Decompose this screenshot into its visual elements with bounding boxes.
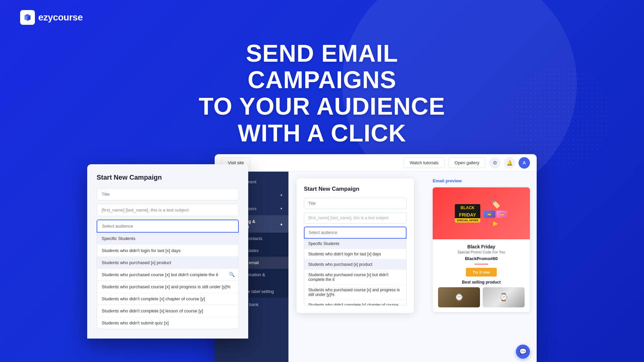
watch-thumb-1: ⌚ xyxy=(438,287,480,307)
preview-promo-code: BlackPromo#60 xyxy=(438,256,525,261)
audience-dropdown-front: Specific Students Students who didn't lo… xyxy=(97,233,239,329)
email-preview-card: BLACK FRIDAY SPECIAL OFFER 🏷️ 💳 💳 xyxy=(433,187,530,312)
audience-dropdown-inner: Specific Students Students who didn't lo… xyxy=(304,239,407,306)
chevron-down-icon: ▾ xyxy=(280,193,282,197)
topbar-right: Watch tutorials Open gallery ⚙ 🔔 A xyxy=(404,157,530,169)
decorative-dots xyxy=(510,67,610,168)
hero-line1: SEND EMAIL CAMPAIGNS xyxy=(246,40,398,93)
best-selling-label: Best selling product xyxy=(438,280,525,285)
dropdown-item[interactable]: Students who didn't complete [x] lesson … xyxy=(97,305,238,317)
black-friday-badge: BLACK FRIDAY SPECIAL OFFER xyxy=(455,204,480,223)
chevron-up-icon: ▴ xyxy=(280,222,282,226)
dropdown-item[interactable]: Students who purchased course [x] but di… xyxy=(304,270,406,285)
preview-banner: BLACK FRIDAY SPECIAL OFFER 🏷️ 💳 💳 xyxy=(433,187,530,239)
title-input-front[interactable] xyxy=(97,188,239,200)
dropdown-item[interactable]: Specific Students xyxy=(304,239,406,249)
audience-input-front[interactable] xyxy=(97,220,239,233)
inner-modal-title: Start New Campaign xyxy=(304,186,407,192)
dropdown-item[interactable]: Students who didn't login for last [x] d… xyxy=(304,249,406,259)
preview-product-sub: Special Promo Code For You xyxy=(438,250,525,254)
dropdown-item[interactable]: Students who didn't complete [x] chapter… xyxy=(97,293,238,305)
chat-bubble-button[interactable]: 💬 xyxy=(516,345,530,359)
product-thumb-2: ⌚ xyxy=(483,287,525,307)
preview-product-title: Black Friday xyxy=(438,244,525,249)
watch-tutorials-button[interactable]: Watch tutorials xyxy=(404,158,445,168)
audience-input-inner[interactable] xyxy=(304,227,407,239)
dropdown-item[interactable]: Students who didn't login for last [x] d… xyxy=(97,245,238,257)
preview-products-row: ⌚ ⌚ xyxy=(438,287,525,307)
campaign-modal-front: Start New Campaign 🔍 Specific Students S… xyxy=(87,164,248,339)
preview-divider xyxy=(475,264,488,264)
audience-select-wrapper-front: 🔍 Specific Students Students who didn't … xyxy=(97,220,239,329)
dropdown-item[interactable]: Students who purchased course [x] and pr… xyxy=(97,281,238,293)
title-input-inner[interactable] xyxy=(304,198,407,209)
dropdown-item[interactable]: Students who purchased [x] product xyxy=(304,259,406,270)
watch-thumb-2: ⌚ xyxy=(483,287,525,307)
dropdown-item[interactable]: Students who purchased course [x] but di… xyxy=(97,269,238,281)
app-window: Visit site Watch tutorials Open gallery … xyxy=(215,154,537,362)
brand-name: ezycourse xyxy=(38,12,83,23)
product-thumb-1: ⌚ xyxy=(438,287,480,307)
dropdown-item[interactable]: Students who didn't complete [x] chapter… xyxy=(304,300,406,306)
subject-input-front[interactable] xyxy=(97,204,239,216)
subject-input-inner[interactable] xyxy=(304,212,407,224)
modal-front-title: Start New Campaign xyxy=(97,174,239,181)
chevron-down-icon: ▾ xyxy=(280,206,282,211)
audience-select-wrapper-inner: Specific Students Students who didn't lo… xyxy=(304,227,407,306)
app-content: 💳 Due payment 👥 All users ▾ 🤝 Affiliate … xyxy=(215,172,537,362)
preview-banner-content: BLACK FRIDAY SPECIAL OFFER 🏷️ 💳 💳 xyxy=(455,200,508,227)
logo-icon xyxy=(20,10,35,25)
header: ezycourse xyxy=(20,10,83,25)
settings-button[interactable]: ⚙ xyxy=(489,157,500,169)
ui-wrapper: Start New Campaign 🔍 Specific Students S… xyxy=(87,154,557,362)
preview-body: Black Friday Special Promo Code For You … xyxy=(433,239,530,312)
dropdown-item[interactable]: Specific Students xyxy=(97,233,238,245)
user-avatar-button[interactable]: A xyxy=(519,157,530,169)
search-icon-front: 🔍 xyxy=(229,272,235,277)
campaign-modal-inner: Start New Campaign Specific Students Stu… xyxy=(297,178,414,313)
open-gallery-button[interactable]: Open gallery xyxy=(448,158,486,168)
promo-icons: 🏷️ 💳 💳 ▶ xyxy=(484,200,508,227)
dropdown-item[interactable]: Students who purchased [x] product xyxy=(97,257,238,269)
hero-section: SEND EMAIL CAMPAIGNS TO YOUR AUDIENCE WI… xyxy=(171,40,473,146)
email-preview-panel: Email preview BLACK FRIDAY SPECIAL OFFER xyxy=(433,178,530,312)
try-it-now-button[interactable]: Try it now xyxy=(466,268,496,277)
dropdown-item[interactable]: Students who didn't submit quiz [x] xyxy=(97,317,238,329)
app-topbar: Visit site Watch tutorials Open gallery … xyxy=(215,154,537,172)
notifications-button[interactable]: 🔔 xyxy=(504,157,515,169)
hero-heading: SEND EMAIL CAMPAIGNS TO YOUR AUDIENCE WI… xyxy=(171,40,473,146)
hero-line2: TO YOUR AUDIENCE WITH A CLICK xyxy=(199,93,445,146)
email-preview-label: Email preview xyxy=(433,178,530,183)
main-panel: Start New Campaign Specific Students Stu… xyxy=(288,172,537,362)
dropdown-item[interactable]: Students who purchased course [x] and pr… xyxy=(304,285,406,300)
